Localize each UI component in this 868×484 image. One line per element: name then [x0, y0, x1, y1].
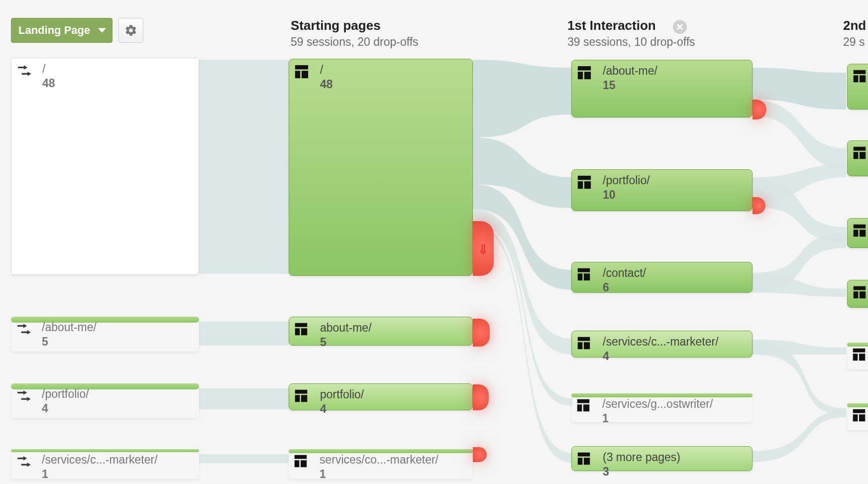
page-icon	[853, 224, 867, 240]
node-path: /about-me/	[603, 64, 745, 78]
interaction-node[interactable]	[847, 280, 868, 308]
node-count: 48	[320, 78, 465, 91]
start-node[interactable]: about-me/ 5	[289, 317, 473, 346]
node-path: about-me/	[320, 321, 465, 335]
column-subtitle: 39 sessions, 10 drop-offs	[567, 35, 695, 49]
node-count: 10	[603, 188, 745, 202]
interaction-node[interactable]: /contact/ 6	[571, 262, 753, 293]
node-count: 5	[42, 335, 192, 349]
dropoff-indicator[interactable]	[473, 319, 490, 347]
page-icon	[577, 175, 592, 192]
close-icon	[676, 23, 683, 30]
interaction-node[interactable]	[847, 403, 868, 430]
node-path: /	[320, 63, 465, 77]
node-path: services/co...-marketer/	[320, 453, 466, 467]
page-icon	[577, 65, 592, 82]
page-icon	[294, 322, 308, 338]
page-icon	[853, 285, 867, 301]
entry-icon	[16, 454, 33, 473]
node-path: portfolio/	[320, 388, 465, 401]
column-title: 2nd	[843, 18, 866, 33]
chevron-down-icon	[98, 28, 106, 33]
entry-icon	[16, 63, 33, 82]
column-header-second: 2nd 29 s	[843, 18, 866, 49]
page-icon	[852, 408, 866, 424]
landing-node[interactable]: / 48	[11, 58, 199, 275]
entry-icon	[16, 322, 33, 341]
node-path: /services/g...ostwriter/	[602, 397, 746, 411]
dropoff-indicator[interactable]	[753, 197, 765, 214]
dropoff-indicator[interactable]	[753, 100, 766, 120]
dropoff-arrow-icon: ⇓	[478, 242, 489, 257]
remove-column-button[interactable]	[673, 20, 687, 34]
interaction-node[interactable]: /portfolio/ 10	[571, 169, 753, 211]
landing-node[interactable]: /about-me/ 5	[11, 317, 199, 352]
interaction-node[interactable]	[847, 218, 868, 248]
dropoff-indicator[interactable]	[473, 384, 489, 410]
node-count: 48	[42, 77, 192, 90]
page-icon	[294, 389, 308, 405]
page-icon	[577, 336, 591, 352]
page-icon	[853, 146, 867, 162]
node-count: 4	[42, 402, 192, 415]
node-count: 1	[320, 468, 466, 481]
dropoff-indicator[interactable]	[473, 447, 487, 462]
node-count: 4	[603, 350, 745, 363]
interaction-node[interactable]	[847, 64, 868, 110]
node-count: 3	[603, 465, 745, 479]
node-count: 5	[320, 336, 465, 349]
interaction-node[interactable]	[847, 140, 868, 176]
interaction-node[interactable]: /services/g...ostwriter/ 1	[571, 393, 753, 422]
start-node[interactable]: portfolio/ 4	[289, 383, 473, 410]
interaction-node[interactable]: /services/c...-marketer/ 4	[571, 331, 753, 358]
interaction-node[interactable]: /about-me/ 15	[571, 60, 753, 118]
node-count: 1	[602, 412, 746, 425]
page-icon	[294, 64, 309, 81]
page-icon	[577, 452, 591, 468]
node-count: 4	[320, 402, 465, 416]
node-count: 15	[603, 79, 745, 92]
start-node[interactable]: services/co...-marketer/ 1	[289, 449, 473, 479]
entry-icon	[16, 388, 33, 407]
node-path: /services/c...-marketer/	[603, 335, 745, 349]
node-count: 1	[42, 468, 192, 481]
page-icon	[294, 454, 308, 470]
node-path: /services/c...-marketer/	[42, 453, 192, 467]
start-node[interactable]: / 48	[289, 59, 473, 276]
interaction-node-more[interactable]: (3 more pages) 3	[571, 446, 753, 471]
page-icon	[577, 267, 591, 283]
dimension-select-label: Landing Page	[18, 24, 90, 37]
column-subtitle: 29 s	[843, 35, 866, 49]
node-count: 6	[603, 281, 745, 294]
landing-node[interactable]: /services/c...-marketer/ 1	[11, 449, 199, 479]
column-subtitle: 59 sessions, 20 drop-offs	[291, 35, 419, 49]
page-icon	[852, 348, 866, 363]
node-path: /	[42, 62, 192, 76]
page-icon	[853, 69, 867, 85]
landing-node[interactable]: /portfolio/ 4	[11, 383, 199, 418]
gear-icon	[124, 24, 137, 37]
node-path: /portfolio/	[603, 174, 745, 187]
column-header-start: Starting pages 59 sessions, 20 drop-offs	[291, 18, 419, 49]
dimension-select[interactable]: Landing Page	[11, 18, 112, 43]
column-title: Starting pages	[291, 18, 419, 33]
node-path: /portfolio/	[42, 387, 192, 401]
node-path: /contact/	[603, 266, 745, 280]
interaction-node[interactable]	[847, 343, 868, 369]
node-path: /about-me/	[42, 321, 192, 334]
page-icon	[576, 398, 590, 414]
node-path: (3 more pages)	[603, 451, 745, 464]
settings-button[interactable]	[118, 18, 143, 43]
